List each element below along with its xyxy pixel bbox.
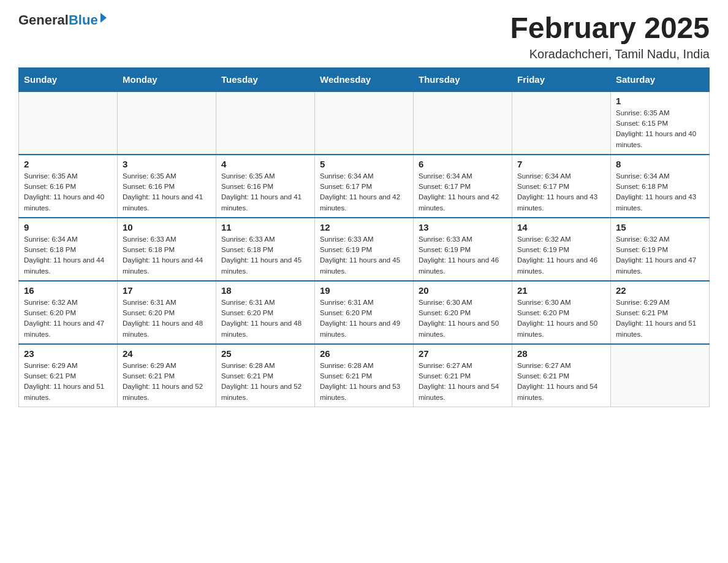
month-year-title: February 2025 <box>510 12 710 45</box>
day-number: 20 <box>419 285 507 296</box>
calendar-cell <box>512 91 611 155</box>
day-info: Sunrise: 6:29 AMSunset: 6:21 PMDaylight:… <box>123 361 211 403</box>
day-number: 25 <box>221 348 309 359</box>
day-number: 7 <box>517 159 605 169</box>
weekday-header-friday: Friday <box>512 67 611 91</box>
calendar-cell: 17Sunrise: 6:31 AMSunset: 6:20 PMDayligh… <box>118 281 216 344</box>
day-info: Sunrise: 6:33 AMSunset: 6:18 PMDaylight:… <box>221 234 309 277</box>
day-number: 11 <box>221 222 309 232</box>
calendar-cell <box>611 344 710 407</box>
calendar-cell: 24Sunrise: 6:29 AMSunset: 6:21 PMDayligh… <box>118 344 216 407</box>
location-subtitle: Koradachcheri, Tamil Nadu, India <box>510 47 710 61</box>
weekday-header-row: SundayMondayTuesdayWednesdayThursdayFrid… <box>19 67 710 91</box>
calendar-cell: 13Sunrise: 6:33 AMSunset: 6:19 PMDayligh… <box>414 218 512 281</box>
calendar-cell: 6Sunrise: 6:34 AMSunset: 6:17 PMDaylight… <box>414 155 512 218</box>
day-number: 6 <box>419 159 507 169</box>
calendar-week-row: 16Sunrise: 6:32 AMSunset: 6:20 PMDayligh… <box>19 281 710 344</box>
day-info: Sunrise: 6:29 AMSunset: 6:21 PMDaylight:… <box>616 297 704 340</box>
day-info: Sunrise: 6:27 AMSunset: 6:21 PMDaylight:… <box>517 361 605 403</box>
day-number: 23 <box>24 348 112 359</box>
calendar-cell: 27Sunrise: 6:27 AMSunset: 6:21 PMDayligh… <box>414 344 512 407</box>
day-number: 18 <box>221 285 309 296</box>
calendar-cell: 23Sunrise: 6:29 AMSunset: 6:21 PMDayligh… <box>19 344 118 407</box>
day-number: 13 <box>419 222 507 232</box>
logo-arrow-icon <box>100 13 107 23</box>
day-info: Sunrise: 6:34 AMSunset: 6:18 PMDaylight:… <box>616 171 704 213</box>
day-info: Sunrise: 6:29 AMSunset: 6:21 PMDaylight:… <box>24 361 112 403</box>
calendar-cell: 11Sunrise: 6:33 AMSunset: 6:18 PMDayligh… <box>216 218 315 281</box>
day-info: Sunrise: 6:33 AMSunset: 6:18 PMDaylight:… <box>123 234 211 277</box>
day-number: 5 <box>320 159 408 169</box>
calendar-cell <box>315 91 414 155</box>
calendar-cell: 18Sunrise: 6:31 AMSunset: 6:20 PMDayligh… <box>216 281 315 344</box>
day-number: 3 <box>123 159 211 169</box>
calendar-cell: 1Sunrise: 6:35 AMSunset: 6:15 PMDaylight… <box>611 91 710 155</box>
calendar-cell: 9Sunrise: 6:34 AMSunset: 6:18 PMDaylight… <box>19 218 118 281</box>
calendar-cell: 21Sunrise: 6:30 AMSunset: 6:20 PMDayligh… <box>512 281 611 344</box>
day-info: Sunrise: 6:35 AMSunset: 6:16 PMDaylight:… <box>123 171 211 213</box>
calendar-cell: 19Sunrise: 6:31 AMSunset: 6:20 PMDayligh… <box>315 281 414 344</box>
title-block: February 2025 Koradachcheri, Tamil Nadu,… <box>510 12 710 61</box>
page-header: GeneralBlue February 2025 Koradachcheri,… <box>18 12 710 61</box>
day-info: Sunrise: 6:32 AMSunset: 6:19 PMDaylight:… <box>517 234 605 277</box>
day-number: 15 <box>616 222 704 232</box>
calendar-cell: 2Sunrise: 6:35 AMSunset: 6:16 PMDaylight… <box>19 155 118 218</box>
day-number: 12 <box>320 222 408 232</box>
weekday-header-tuesday: Tuesday <box>216 67 315 91</box>
calendar-cell: 7Sunrise: 6:34 AMSunset: 6:17 PMDaylight… <box>512 155 611 218</box>
day-info: Sunrise: 6:33 AMSunset: 6:19 PMDaylight:… <box>320 234 408 277</box>
calendar-cell <box>216 91 315 155</box>
day-info: Sunrise: 6:31 AMSunset: 6:20 PMDaylight:… <box>123 297 211 340</box>
day-number: 17 <box>123 285 211 296</box>
calendar-table: SundayMondayTuesdayWednesdayThursdayFrid… <box>18 67 710 407</box>
day-info: Sunrise: 6:34 AMSunset: 6:18 PMDaylight:… <box>24 234 112 277</box>
logo: GeneralBlue <box>18 12 107 28</box>
logo-general: General <box>18 12 69 28</box>
calendar-cell: 3Sunrise: 6:35 AMSunset: 6:16 PMDaylight… <box>118 155 216 218</box>
calendar-cell: 16Sunrise: 6:32 AMSunset: 6:20 PMDayligh… <box>19 281 118 344</box>
calendar-week-row: 2Sunrise: 6:35 AMSunset: 6:16 PMDaylight… <box>19 155 710 218</box>
logo-blue: Blue <box>69 12 98 28</box>
day-number: 16 <box>24 285 112 296</box>
weekday-header-saturday: Saturday <box>611 67 710 91</box>
day-info: Sunrise: 6:30 AMSunset: 6:20 PMDaylight:… <box>517 297 605 340</box>
day-number: 2 <box>24 159 112 169</box>
day-number: 4 <box>221 159 309 169</box>
weekday-header-wednesday: Wednesday <box>315 67 414 91</box>
calendar-cell: 22Sunrise: 6:29 AMSunset: 6:21 PMDayligh… <box>611 281 710 344</box>
day-number: 19 <box>320 285 408 296</box>
day-info: Sunrise: 6:32 AMSunset: 6:20 PMDaylight:… <box>24 297 112 340</box>
day-info: Sunrise: 6:35 AMSunset: 6:16 PMDaylight:… <box>221 171 309 213</box>
day-number: 1 <box>616 96 704 106</box>
day-number: 28 <box>517 348 605 359</box>
calendar-cell: 4Sunrise: 6:35 AMSunset: 6:16 PMDaylight… <box>216 155 315 218</box>
day-number: 22 <box>616 285 704 296</box>
calendar-cell: 28Sunrise: 6:27 AMSunset: 6:21 PMDayligh… <box>512 344 611 407</box>
day-info: Sunrise: 6:34 AMSunset: 6:17 PMDaylight:… <box>419 171 507 213</box>
calendar-cell: 20Sunrise: 6:30 AMSunset: 6:20 PMDayligh… <box>414 281 512 344</box>
calendar-header: SundayMondayTuesdayWednesdayThursdayFrid… <box>19 67 710 91</box>
weekday-header-monday: Monday <box>118 67 216 91</box>
day-info: Sunrise: 6:27 AMSunset: 6:21 PMDaylight:… <box>419 361 507 403</box>
day-number: 26 <box>320 348 408 359</box>
day-info: Sunrise: 6:30 AMSunset: 6:20 PMDaylight:… <box>419 297 507 340</box>
calendar-cell: 14Sunrise: 6:32 AMSunset: 6:19 PMDayligh… <box>512 218 611 281</box>
calendar-body: 1Sunrise: 6:35 AMSunset: 6:15 PMDaylight… <box>19 91 710 407</box>
calendar-cell <box>118 91 216 155</box>
day-info: Sunrise: 6:33 AMSunset: 6:19 PMDaylight:… <box>419 234 507 277</box>
calendar-cell: 15Sunrise: 6:32 AMSunset: 6:19 PMDayligh… <box>611 218 710 281</box>
weekday-header-sunday: Sunday <box>19 67 118 91</box>
calendar-week-row: 23Sunrise: 6:29 AMSunset: 6:21 PMDayligh… <box>19 344 710 407</box>
day-info: Sunrise: 6:32 AMSunset: 6:19 PMDaylight:… <box>616 234 704 277</box>
day-number: 8 <box>616 159 704 169</box>
day-number: 27 <box>419 348 507 359</box>
day-number: 21 <box>517 285 605 296</box>
calendar-cell <box>19 91 118 155</box>
day-number: 14 <box>517 222 605 232</box>
weekday-header-thursday: Thursday <box>414 67 512 91</box>
calendar-cell: 25Sunrise: 6:28 AMSunset: 6:21 PMDayligh… <box>216 344 315 407</box>
day-info: Sunrise: 6:34 AMSunset: 6:17 PMDaylight:… <box>320 171 408 213</box>
day-info: Sunrise: 6:31 AMSunset: 6:20 PMDaylight:… <box>221 297 309 340</box>
day-info: Sunrise: 6:34 AMSunset: 6:17 PMDaylight:… <box>517 171 605 213</box>
day-info: Sunrise: 6:35 AMSunset: 6:16 PMDaylight:… <box>24 171 112 213</box>
